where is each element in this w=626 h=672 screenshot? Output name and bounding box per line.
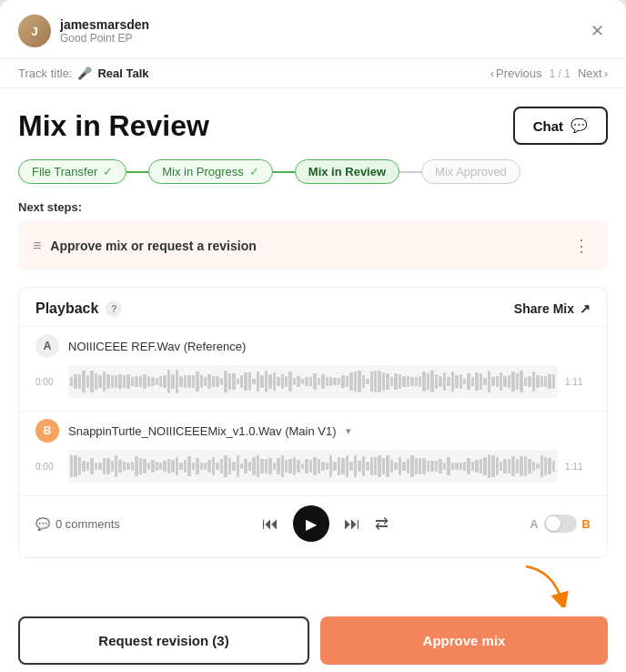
playback-section: Playback ? Share Mix ↗ A NOIIICEEE REF.W… — [18, 287, 608, 558]
track-label: Track title: — [18, 66, 72, 80]
approve-mix-button[interactable]: Approve mix — [320, 616, 608, 665]
waveform-bars-b — [68, 450, 558, 483]
player-controls: 💬 0 comments ⏮ ▶ ⏭ ⇄ A B — [19, 495, 607, 553]
connector-2 — [273, 171, 295, 173]
step-mix-in-progress: Mix in Progress ✓ — [148, 159, 273, 184]
playback-title: Playback ? — [35, 300, 122, 317]
skip-back-button[interactable]: ⏮ — [262, 514, 278, 534]
chevron-left-icon: ‹ — [490, 66, 494, 80]
modal-header: J jamesmarsden Good Point EP ✕ — [0, 0, 626, 59]
track-label-row-a: A NOIIICEEE REF.Wav (Reference) — [35, 334, 591, 358]
arrow-indicator — [517, 562, 571, 607]
username: jamesmarsden — [60, 17, 149, 32]
loop-button[interactable]: ⇄ — [375, 514, 389, 534]
page-title: Mix in Review — [18, 109, 209, 143]
track-letter-b: B — [35, 419, 59, 443]
chat-icon: 💬 — [570, 117, 588, 134]
chevron-right-icon: › — [604, 66, 608, 80]
comments-count: 0 comments — [56, 517, 120, 531]
steps-row: File Transfer ✓ Mix in Progress ✓ Mix in… — [18, 159, 608, 184]
ab-toggle: A B — [530, 514, 591, 533]
step-mix-approved-label: Mix Approved — [435, 165, 507, 178]
share-icon: ↗ — [580, 301, 591, 316]
track-row-b: B SnappinTurtle_NOIIICEEEMix_v1.0.Wav (M… — [19, 411, 607, 495]
next-label: Next — [578, 66, 602, 80]
next-step-item: ≡ Approve mix or request a revision ⋮ — [18, 221, 608, 270]
connector-3 — [399, 171, 421, 173]
user-info: J jamesmarsden Good Point EP — [18, 15, 149, 47]
skip-forward-button[interactable]: ⏭ — [344, 514, 360, 534]
step-mix-in-review: Mix in Review — [295, 159, 399, 184]
comment-bubble-icon: 💬 — [35, 517, 50, 531]
track-label-row-b: B SnappinTurtle_NOIIICEEEMix_v1.0.Wav (M… — [35, 419, 591, 443]
project-name: Good Point EP — [60, 32, 149, 45]
track-nav: Track title: 🎤 Real Talk ‹ Previous 1 / … — [0, 59, 626, 88]
waveform-row-a: 0:00 1:11 — [35, 361, 591, 403]
track-letter-a: A — [35, 334, 59, 358]
divider — [19, 556, 607, 557]
step-mix-in-progress-label: Mix in Progress — [162, 165, 244, 178]
playback-label: Playback — [35, 300, 98, 317]
modal: J jamesmarsden Good Point EP ✕ Track tit… — [0, 0, 626, 672]
nav-controls: ‹ Previous 1 / 1 Next › — [490, 66, 608, 80]
title-row: Mix in Review Chat 💬 — [18, 107, 608, 145]
footer-buttons: Request revision (3) Approve mix — [0, 604, 626, 672]
step-file-transfer: File Transfer ✓ — [18, 159, 126, 184]
time-start-a: 0:00 — [35, 377, 61, 387]
share-mix-button[interactable]: Share Mix ↗ — [514, 301, 591, 316]
play-button[interactable]: ▶ — [293, 505, 329, 542]
arrow-section — [0, 558, 626, 604]
next-step-text: Approve mix or request a revision — [50, 239, 256, 253]
page-info: 1 / 1 — [550, 67, 570, 80]
playback-header: Playback ? Share Mix ↗ — [19, 288, 607, 326]
waveform-a[interactable] — [68, 365, 558, 398]
waveform-b[interactable] — [68, 450, 558, 483]
track-title: Track title: 🎤 Real Talk — [18, 66, 149, 80]
time-start-b: 0:00 — [35, 462, 61, 472]
controls-center: ⏮ ▶ ⏭ ⇄ — [262, 505, 389, 542]
step-mix-approved: Mix Approved — [421, 159, 520, 184]
dropdown-icon[interactable]: ▾ — [346, 425, 351, 437]
avatar: J — [18, 15, 51, 47]
track-row-a: A NOIIICEEE REF.Wav (Reference) 0:00 1:1… — [19, 326, 607, 411]
toggle-thumb — [546, 516, 560, 531]
track-b-name: SnappinTurtle_NOIIICEEEMix_v1.0.Wav (Mai… — [68, 424, 337, 438]
chat-label: Chat — [533, 118, 563, 134]
comments-section: 💬 0 comments — [35, 517, 120, 531]
ab-label-b: B — [582, 517, 591, 531]
chat-button[interactable]: Chat 💬 — [513, 107, 608, 145]
time-end-a: 1:11 — [565, 377, 591, 387]
previous-label: Previous — [496, 66, 542, 80]
check-icon-2: ✓ — [249, 165, 259, 178]
three-dot-button[interactable]: ⋮ — [570, 232, 593, 260]
request-revision-button[interactable]: Request revision (3) — [18, 616, 309, 665]
step-mix-in-review-label: Mix in Review — [308, 165, 386, 178]
track-name: Real Talk — [97, 66, 148, 80]
share-mix-label: Share Mix — [514, 301, 574, 316]
next-steps-label: Next steps: — [18, 200, 608, 214]
help-icon[interactable]: ? — [106, 300, 122, 317]
user-text: jamesmarsden Good Point EP — [60, 17, 149, 45]
list-icon: ≡ — [33, 238, 41, 254]
connector-1 — [126, 171, 148, 173]
next-step-left: ≡ Approve mix or request a revision — [33, 238, 257, 254]
waveform-row-b: 0:00 1:11 — [35, 446, 591, 488]
main-content: Mix in Review Chat 💬 File Transfer ✓ Mix… — [0, 88, 626, 287]
mic-icon: 🎤 — [77, 66, 92, 80]
step-file-transfer-label: File Transfer — [32, 165, 97, 178]
time-end-b: 1:11 — [565, 462, 591, 472]
check-icon: ✓ — [103, 165, 113, 178]
toggle-track[interactable] — [544, 514, 577, 533]
next-button[interactable]: Next › — [578, 66, 608, 80]
waveform-bars-a — [68, 365, 558, 398]
previous-button[interactable]: ‹ Previous — [490, 66, 542, 80]
ab-label-a: A — [530, 517, 538, 531]
close-button[interactable]: ✕ — [587, 19, 608, 43]
track-a-name: NOIIICEEE REF.Wav (Reference) — [68, 340, 246, 353]
